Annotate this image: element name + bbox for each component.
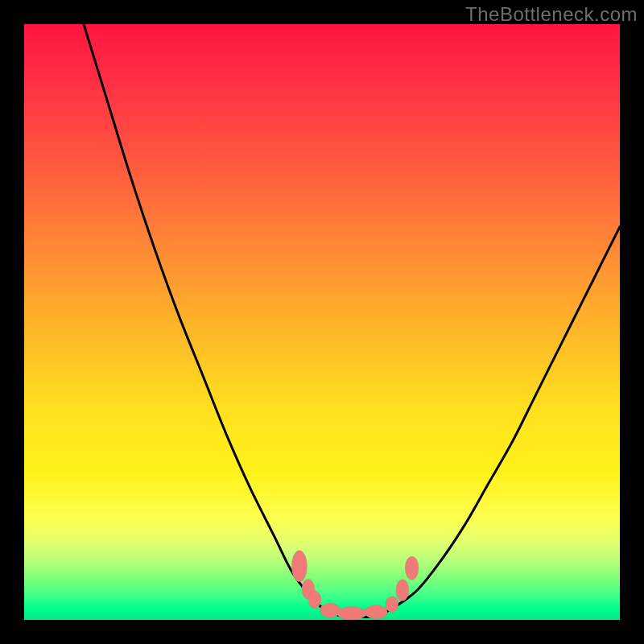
bottleneck-curve: [24, 24, 620, 620]
curve-marker: [405, 556, 419, 580]
curve-path: [84, 24, 620, 617]
plot-area: [24, 24, 620, 620]
outer-frame: TheBottleneck.com: [0, 0, 644, 644]
watermark-text: TheBottleneck.com: [465, 3, 638, 26]
curve-marker: [396, 580, 409, 601]
curve-marker: [385, 596, 398, 613]
curve-marker: [320, 603, 340, 617]
